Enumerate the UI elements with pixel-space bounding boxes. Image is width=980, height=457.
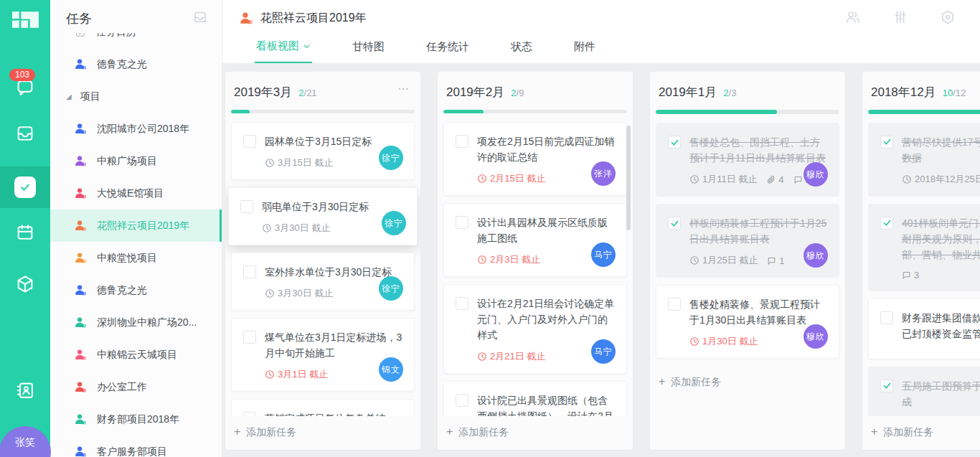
assignee-avatar[interactable]: 张洋 — [591, 161, 616, 186]
sidebar-item-label: 客户服务部项目 — [97, 446, 167, 457]
add-task-button[interactable]: +添加新任务 — [650, 366, 845, 400]
task-title: 营销尽快提供17号楼 数据 — [902, 134, 980, 166]
task-checkbox[interactable] — [243, 265, 256, 278]
main-area: 花熙祥云项目2019年 看板视图 甘特图 任务统计 状态 附件 — [222, 0, 980, 457]
task-checkbox-checked[interactable] — [668, 136, 681, 149]
tab-gantt[interactable]: 甘特图 — [351, 39, 386, 63]
nav-contacts-button[interactable] — [0, 380, 50, 400]
task-card[interactable]: 营销完成项目复位复盘总结 — [231, 399, 415, 416]
sidebar-item-project[interactable]: 中粮堂悦项目 — [50, 242, 222, 274]
task-checkbox-checked[interactable] — [880, 217, 893, 230]
tab-status[interactable]: 状态 — [509, 39, 534, 63]
task-checkbox[interactable] — [243, 331, 256, 344]
task-checkbox[interactable] — [456, 394, 468, 407]
sidebar-item-project[interactable]: 德鲁克之光 — [50, 48, 222, 80]
assignee-avatar[interactable]: 穆欣 — [804, 324, 828, 349]
task-title: 设计出具园林及展示区纸质版施工图纸 — [477, 215, 615, 246]
task-title: 煤气单位在3月1日定标进场，3月中旬开始施工 — [265, 329, 402, 361]
task-checkbox[interactable] — [456, 216, 468, 229]
task-checkbox[interactable] — [668, 298, 681, 311]
calendar-icon — [15, 222, 35, 242]
task-checkbox-checked[interactable] — [668, 217, 681, 230]
user-avatar[interactable]: 张笑 — [0, 426, 51, 457]
task-title: 五局施工图预算于1 成 — [902, 378, 980, 410]
column-progress-bar — [656, 110, 839, 114]
task-card-completed[interactable]: 五局施工图预算于1 成 — [868, 367, 980, 416]
tab-label: 状态 — [511, 40, 532, 54]
column-count: 2/9 — [511, 88, 524, 98]
due-date: 1月30日 截止 — [702, 335, 758, 348]
sidebar-item-project[interactable]: 客户服务部项目 — [50, 435, 222, 457]
assignee-avatar[interactable]: 穆欣 — [804, 243, 828, 268]
app-logo[interactable] — [0, 11, 50, 28]
tab-board-view[interactable]: 看板视图 — [255, 39, 312, 63]
clock-icon — [265, 158, 275, 168]
due-date: 1月25日 截止 — [702, 254, 758, 267]
task-card[interactable]: 室外排水单位于3月30日定标 3月30日 截止 徐宁 — [231, 253, 415, 311]
due-date: 1月11日 截止 — [702, 173, 757, 186]
sidebar-item-project-selected[interactable]: 花熙祥云项目2019年 — [50, 209, 222, 242]
sidebar-item-project[interactable]: 中粮广场项目 — [50, 145, 222, 177]
task-card[interactable]: 售楼处精装修、景观工程预计于1月30日出具结算账目表 1月30日 截止 穆欣 — [656, 285, 839, 359]
assignee-avatar[interactable]: 马宁 — [591, 242, 616, 267]
task-card[interactable]: 设计在2月21日组会讨论确定单元门、入户门及对外入户门的样式 2月21日 截止 … — [443, 284, 627, 374]
task-card[interactable]: 项发在2月15日前完成四证加销许的取证总结 2月15日 截止 张洋 — [443, 122, 627, 196]
task-card-completed[interactable]: 营销尽快提供17号楼 数据 2018年12月25日 截止 — [868, 123, 980, 197]
person-icon — [75, 220, 87, 232]
task-checkbox-checked[interactable] — [880, 380, 893, 392]
sidebar-item-label: 深圳物业中粮广场20... — [97, 316, 197, 329]
sidebar-group-projects[interactable]: ◢ 项目 — [50, 80, 222, 113]
filter-sliders-icon[interactable] — [892, 9, 908, 25]
notification-badge: 103 — [9, 69, 35, 81]
nav-apps-button[interactable] — [0, 274, 50, 294]
sidebar-item-project[interactable]: 财务部项目2018年 — [50, 403, 222, 435]
contacts-card-icon — [15, 380, 35, 400]
clock-icon — [689, 255, 699, 265]
tab-attachments[interactable]: 附件 — [573, 39, 597, 63]
assignee-avatar[interactable]: 马宁 — [591, 339, 616, 364]
sidebar-item-project[interactable]: 德鲁克之光 — [50, 274, 222, 306]
assignee-avatar[interactable]: 穆欣 — [804, 162, 828, 187]
person-icon — [75, 413, 87, 425]
comment-count: 1 — [779, 255, 784, 266]
sidebar-item-project[interactable]: 办公室工作 — [50, 371, 222, 403]
task-checkbox-checked[interactable] — [880, 136, 893, 149]
new-inbox-icon[interactable] — [193, 10, 207, 24]
members-icon[interactable] — [845, 9, 861, 25]
add-task-button[interactable]: +添加新任务 — [438, 416, 633, 450]
task-checkbox[interactable] — [243, 135, 256, 148]
sidebar-item-label: 中粮堂悦项目 — [97, 252, 157, 265]
sidebar-item-project[interactable]: 沈阳城市公司2018年 — [50, 113, 222, 145]
task-checkbox[interactable] — [240, 200, 253, 213]
task-checkbox[interactable] — [456, 297, 468, 310]
clock-icon — [689, 336, 699, 347]
sidebar-item-project[interactable]: 大悦城E馆项目 — [50, 177, 222, 209]
sidebar: 任务 任务日历 德鲁克之光 — [50, 0, 222, 457]
task-card[interactable]: 弱电单位于3月30日定标 3月30日 截止 徐宁 — [228, 187, 418, 245]
task-card-completed[interactable]: 401样板间单元门尽 耐用美观为原则，设 部、营销、物业共同 3 — [868, 204, 980, 291]
sidebar-item-project[interactable]: 中粮锦云天城项目 — [50, 339, 222, 371]
sidebar-item-label: 财务部项目2018年 — [97, 413, 179, 426]
due-date: 3月30日 截止 — [278, 287, 333, 300]
sidebar-item-label: 德鲁克之光 — [97, 284, 147, 297]
nav-tasks-button[interactable] — [0, 176, 50, 198]
task-checkbox[interactable] — [456, 135, 468, 148]
add-task-button[interactable]: +添加新任务 — [862, 416, 980, 450]
nav-inbox-button[interactable] — [0, 123, 50, 143]
tab-task-stats[interactable]: 任务统计 — [425, 39, 471, 63]
task-card-completed[interactable]: 售楼处总包、围挡工程、土方预计于1月11日出具结算账目表 1月11日 截止 4 … — [656, 123, 839, 197]
settings-gear-icon[interactable] — [940, 9, 956, 25]
column-scrollbar[interactable] — [626, 126, 631, 230]
task-checkbox[interactable] — [880, 311, 893, 324]
task-card[interactable]: 园林单位于3月15日定标 3月15日 截止 徐宁 — [231, 122, 415, 180]
nav-calendar-button[interactable] — [0, 222, 50, 242]
task-card-completed[interactable]: 样板间精装修工程预计于1月25日出具结算账目表 1月25日 截止 1 穆欣 — [656, 204, 839, 278]
task-card[interactable]: 财务跟进集团借款流 已封顶楼资金监管退 — [868, 298, 980, 359]
add-task-button[interactable]: +添加新任务 — [225, 416, 420, 450]
column-more-button[interactable]: ⋯ — [397, 82, 410, 95]
sidebar-item-project[interactable]: 深圳物业中粮广场20... — [50, 306, 222, 339]
comment-icon — [793, 175, 803, 184]
task-card[interactable]: 煤气单位在3月1日定标进场，3月中旬开始施工 3月1日 截止 锦文 — [231, 318, 415, 392]
task-card[interactable]: 设计院已出具景观图纸（包含西侧挡土墙图纸），设计在2月20 — [443, 381, 627, 416]
task-card[interactable]: 设计出具园林及展示区纸质版施工图纸 2月3日 截止 马宁 — [443, 203, 627, 277]
